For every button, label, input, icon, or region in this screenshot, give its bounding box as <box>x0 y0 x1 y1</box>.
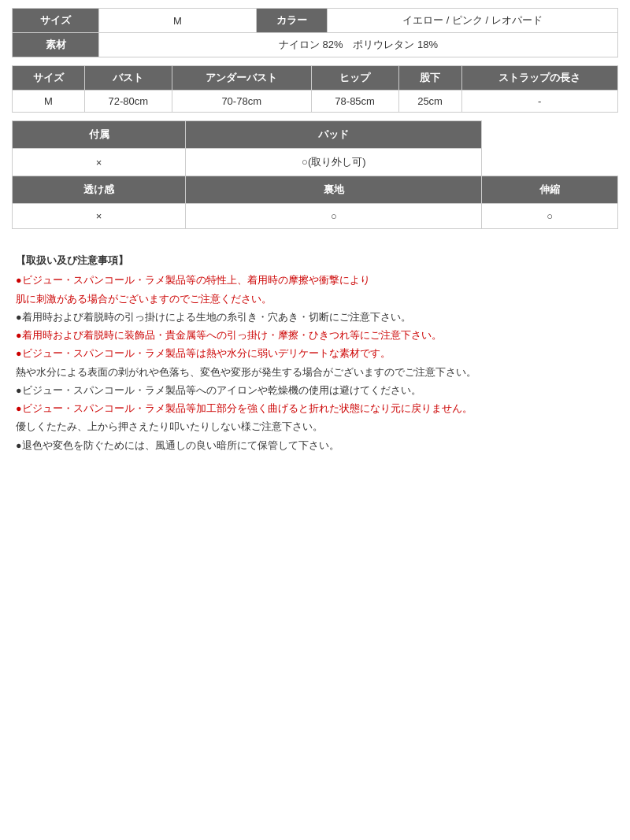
accessory-value: × <box>13 149 186 176</box>
notes-item: 熱や水分による表面の剥がれや色落ち、変色や変形が発生する場合がございますのでご注… <box>16 364 614 381</box>
color-header: カラー <box>257 9 328 33</box>
size-value: M <box>99 9 257 33</box>
notes-item: 肌に刺激がある場合がございますのでご注意ください。 <box>16 291 614 308</box>
notes-item: ●着用時および着脱時の引っ掛けによる生地の糸引き・穴あき・切断にご注意下さい。 <box>16 309 614 326</box>
size-table-cell: 25cm <box>398 91 461 113</box>
notes-item: ●着用時および着脱時に装飾品・貴金属等への引っ掛け・摩擦・ひきつれ等にご注意下さ… <box>16 327 614 344</box>
size-table-cell: M <box>13 91 85 113</box>
material-header: 素材 <box>13 33 99 57</box>
notes-items: ●ビジュー・スパンコール・ラメ製品等の特性上、着用時の摩擦や衝撃により肌に刺激が… <box>16 272 614 454</box>
material-value: ナイロン 82% ポリウレタン 18% <box>99 33 618 57</box>
size-col-header: バスト <box>84 66 172 91</box>
lining-header: 裏地 <box>186 176 482 204</box>
notes-title: 【取扱い及び注意事項】 <box>16 253 614 269</box>
color-value: イエロー / ピンク / レオパード <box>328 9 618 33</box>
size-table-cell: 78-85cm <box>311 91 398 113</box>
size-table-cell: - <box>461 91 617 113</box>
size-col-header: サイズ <box>13 66 85 91</box>
lining-value: ○ <box>186 204 482 229</box>
notes-item: ●退色や変色を防ぐためには、風通しの良い暗所にて保管して下さい。 <box>16 438 614 454</box>
notes-item: ●ビジュー・スパンコール・ラメ製品等へのアイロンや乾燥機の使用は避けてください。 <box>16 383 614 399</box>
notes-item: ●ビジュー・スパンコール・ラメ製品等は熱や水分に弱いデリケートな素材です。 <box>16 346 614 362</box>
size-measurement-table: サイズバストアンダーバストヒップ股下ストラップの長さ M72-80cm70-78… <box>12 65 618 113</box>
size-header: サイズ <box>13 9 99 33</box>
notes-item: ●ビジュー・スパンコール・ラメ製品等の特性上、着用時の摩擦や衝撃により <box>16 272 614 289</box>
product-info-table: サイズ M カラー イエロー / ピンク / レオパード 素材 ナイロン 82%… <box>12 8 618 57</box>
notes-item: ●ビジュー・スパンコール・ラメ製品等加工部分を強く曲げると折れた状態になり元に戻… <box>16 401 614 417</box>
pad-header: パッド <box>186 121 482 149</box>
size-table-row: M72-80cm70-78cm78-85cm25cm- <box>13 91 618 113</box>
size-table-cell: 72-80cm <box>84 91 172 113</box>
notes-item: 優しくたたみ、上から押さえたり叩いたりしない様ご注意下さい。 <box>16 419 614 435</box>
pad-value: ○(取り外し可) <box>186 149 482 176</box>
size-table-cell: 70-78cm <box>172 91 311 113</box>
transparency-value: × <box>13 204 186 229</box>
attribute-table: 付属 パッド × ○(取り外し可) 透け感 裏地 伸縮 × ○ ○ <box>12 120 618 229</box>
size-col-header: ヒップ <box>311 66 398 91</box>
stretch-header: 伸縮 <box>482 176 618 204</box>
size-table-header: サイズバストアンダーバストヒップ股下ストラップの長さ <box>13 66 618 91</box>
transparency-header: 透け感 <box>13 176 186 204</box>
accessory-header: 付属 <box>13 121 186 149</box>
size-col-header: アンダーバスト <box>172 66 311 91</box>
notes-section: 【取扱い及び注意事項】 ●ビジュー・スパンコール・ラメ製品等の特性上、着用時の摩… <box>12 245 618 464</box>
size-col-header: ストラップの長さ <box>461 66 617 91</box>
stretch-value: ○ <box>482 204 618 229</box>
size-table-body: M72-80cm70-78cm78-85cm25cm- <box>13 91 618 113</box>
size-col-header: 股下 <box>398 66 461 91</box>
